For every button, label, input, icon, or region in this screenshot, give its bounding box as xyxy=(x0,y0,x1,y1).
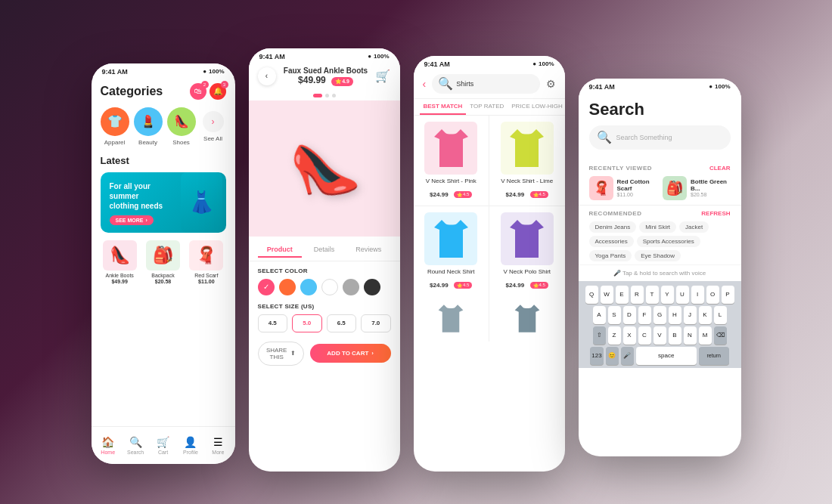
key-backspace[interactable]: ⌫ xyxy=(714,326,727,345)
key-space[interactable]: space xyxy=(636,347,697,365)
key-h[interactable]: H xyxy=(669,306,681,324)
tag-accessories[interactable]: Accessories xyxy=(589,236,634,247)
key-u[interactable]: U xyxy=(676,286,689,304)
nav-search-label: Search xyxy=(127,450,144,455)
cart-icon[interactable]: 🛍 2 xyxy=(190,83,206,100)
tag-denim-jeans[interactable]: Denim Jeans xyxy=(589,221,637,233)
product-cart-icon[interactable]: 🛒 xyxy=(375,69,390,83)
color-section-title: SELECT COLOR xyxy=(258,267,391,274)
recently-viewed-header: RECENTLY VIEWED CLEAR xyxy=(589,165,731,172)
size-7-0[interactable]: 7.0 xyxy=(361,314,391,332)
blue-shirt-name: Round Neck Shirt xyxy=(427,268,475,275)
key-return[interactable]: return xyxy=(699,347,729,365)
product-card-purple-shirt[interactable]: V Neck Polo Shirt $24.99 ⭐ 4.5 xyxy=(489,206,565,296)
size-5-0[interactable]: 5.0 xyxy=(292,314,322,332)
nav-cart[interactable]: 🛒 Cart xyxy=(149,436,176,455)
product-ankle-boots[interactable]: 👠 Ankle Boots $49.99 xyxy=(101,240,139,284)
nav-more[interactable]: ☰ More xyxy=(204,436,231,455)
key-e[interactable]: E xyxy=(616,286,629,304)
refresh-button[interactable]: REFRESH xyxy=(701,210,730,217)
add-to-cart-button[interactable]: ADD TO CART › xyxy=(310,344,391,363)
key-p[interactable]: P xyxy=(722,286,734,304)
color-dark[interactable] xyxy=(364,279,380,295)
see-all-label: See All xyxy=(203,135,222,142)
key-mic[interactable]: 🎤 xyxy=(621,347,634,365)
categories-header: Categories 🛍 2 🔔 3 xyxy=(101,83,226,100)
key-b[interactable]: B xyxy=(669,326,681,345)
ankle-boots-img: 👠 xyxy=(103,240,137,271)
cart-arrow-icon: › xyxy=(371,350,374,357)
key-z[interactable]: Z xyxy=(608,326,621,345)
search-input-field[interactable]: 🔍 Shirts xyxy=(432,74,539,94)
back-button[interactable]: ‹ xyxy=(258,67,276,85)
filter-best-match[interactable]: BEST MATCH xyxy=(420,99,467,115)
key-c[interactable]: C xyxy=(638,326,651,345)
partial-shirt-2 xyxy=(489,296,565,342)
filter-top-rated[interactable]: TOP RATED xyxy=(466,99,508,115)
tag-mini-skirt[interactable]: Mini Skirt xyxy=(639,221,676,233)
key-i[interactable]: I xyxy=(691,286,704,304)
cat-beauty[interactable]: 💄 Beauty xyxy=(134,107,163,146)
search-page-input[interactable]: 🔍 Search Something xyxy=(589,125,731,150)
tab-details[interactable]: Details xyxy=(302,243,346,258)
key-q[interactable]: Q xyxy=(585,286,598,304)
key-x[interactable]: X xyxy=(623,326,636,345)
key-shift[interactable]: ⇧ xyxy=(593,326,606,345)
product-red-scarf[interactable]: 🧣 Red Scarf $11.00 xyxy=(187,240,225,284)
product-card-lime-shirt[interactable]: V Neck Shirt - Lime $24.99 ⭐ 4.5 xyxy=(489,116,565,206)
pink-shirt-name: V Neck Shirt - Pink xyxy=(426,178,477,184)
nav-profile[interactable]: 👤 Profile xyxy=(177,436,204,455)
key-m[interactable]: M xyxy=(699,326,712,345)
key-v[interactable]: V xyxy=(653,326,666,345)
key-s[interactable]: S xyxy=(608,306,621,324)
size-6-5[interactable]: 6.5 xyxy=(327,314,357,332)
nav-home[interactable]: 🏠 Home xyxy=(95,436,122,455)
color-gray[interactable] xyxy=(343,279,359,295)
recent-item-scarf[interactable]: 🧣 Red Cotton Scarf $11.00 xyxy=(589,176,657,200)
color-white[interactable] xyxy=(321,279,338,295)
color-orange[interactable] xyxy=(279,279,296,295)
tab-reviews[interactable]: Reviews xyxy=(346,243,391,258)
tag-jacket[interactable]: Jacket xyxy=(679,221,709,233)
key-y[interactable]: Y xyxy=(661,286,674,304)
key-d[interactable]: D xyxy=(623,306,636,324)
blue-shirt-pricing: $24.99 ⭐ 4.5 xyxy=(430,277,472,290)
tag-eye-shadow[interactable]: Eye Shadow xyxy=(635,250,681,261)
key-emoji[interactable]: 😊 xyxy=(606,347,619,365)
key-g[interactable]: G xyxy=(653,306,666,324)
key-k[interactable]: K xyxy=(699,306,712,324)
color-pink[interactable] xyxy=(258,279,275,295)
key-o[interactable]: O xyxy=(706,286,719,304)
tag-sports-accessories[interactable]: Sports Accessories xyxy=(637,236,700,247)
size-4-5[interactable]: 4.5 xyxy=(258,314,288,332)
color-blue[interactable] xyxy=(300,279,317,295)
recent-item-backpack[interactable]: 🎒 Bottle Green B... $20.58 xyxy=(663,176,731,200)
see-all-item[interactable]: › See All xyxy=(200,107,226,142)
key-n[interactable]: N xyxy=(684,326,697,345)
filter-icon[interactable]: ⚙ xyxy=(546,78,556,90)
notif-icon[interactable]: 🔔 3 xyxy=(210,83,226,100)
tag-yoga-pants[interactable]: Yoga Pants xyxy=(589,250,632,261)
filter-price-low-high[interactable]: PRICE LOW-HIGH xyxy=(508,99,564,115)
key-f[interactable]: F xyxy=(638,306,651,324)
tab-product[interactable]: Product xyxy=(258,243,303,258)
product-card-blue-shirt[interactable]: Round Neck Shirt $24.99 ⭐ 4.5 xyxy=(414,206,489,296)
key-123[interactable]: 123 xyxy=(590,347,603,365)
promo-see-more-btn[interactable]: SEE MORE › xyxy=(110,215,154,225)
clear-button[interactable]: CLEAR xyxy=(709,165,731,172)
search-back-button[interactable]: ‹ xyxy=(423,78,427,90)
see-all-btn[interactable]: › xyxy=(203,111,224,132)
key-r[interactable]: R xyxy=(631,286,644,304)
cat-apparel[interactable]: 👕 Apparel xyxy=(101,107,129,146)
purple-shirt-price: $24.99 xyxy=(506,282,524,289)
nav-search[interactable]: 🔍 Search xyxy=(122,436,149,455)
product-backpack[interactable]: 🎒 Backpack $20.58 xyxy=(144,240,182,284)
key-a[interactable]: A xyxy=(593,306,606,324)
product-card-pink-shirt[interactable]: V Neck Shirt - Pink $24.99 ⭐ 4.5 xyxy=(414,116,489,206)
key-w[interactable]: W xyxy=(601,286,613,304)
share-button[interactable]: SHARE THIS ⬆ xyxy=(258,342,304,366)
key-j[interactable]: J xyxy=(684,306,697,324)
key-l[interactable]: L xyxy=(714,306,727,324)
key-t[interactable]: T xyxy=(646,286,659,304)
cat-shoes[interactable]: 👠 Shoes xyxy=(167,107,196,146)
